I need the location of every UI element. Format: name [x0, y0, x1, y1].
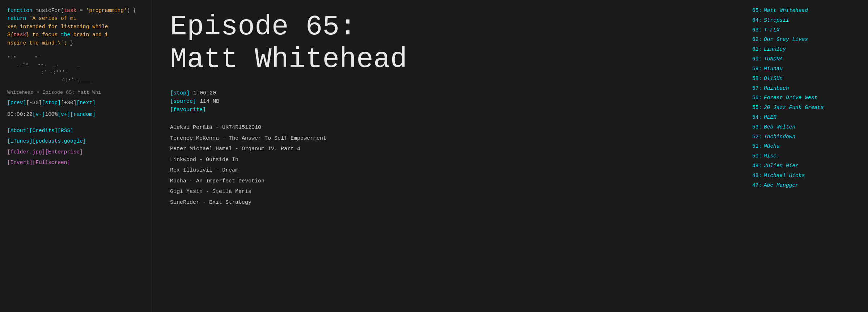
podcasts-google-link[interactable]: [podcasts.google]	[33, 136, 86, 147]
invert-link[interactable]: [Invert]	[7, 158, 33, 168]
template-string2: ${	[7, 32, 13, 38]
episode-item-57: 57:Hainbach	[752, 84, 861, 93]
tracklist: Aleksi Perälä - UK74R1512010 Terence McK…	[170, 123, 731, 207]
ep-name-60[interactable]: TUNDRA	[764, 54, 783, 64]
volume-up-button[interactable]: [v+]	[58, 110, 70, 119]
ep-name-52[interactable]: Inchindown	[764, 132, 795, 142]
favourite-button[interactable]: [favourite]	[170, 107, 206, 113]
credits-link[interactable]: [Credits]	[29, 126, 58, 136]
volume-down-button[interactable]: [v-]	[33, 110, 45, 119]
ascii-art: •:• •- ..*^ •-. _. _ :' -:°°'- ^:•*-.___…	[7, 54, 144, 84]
ep-name-64[interactable]: Strepsil	[764, 16, 789, 25]
ep-num-48: 48:	[752, 171, 762, 181]
enterprise-link[interactable]: [Enterprise]	[45, 147, 82, 157]
now-playing: Whitehead • Episode 65: Matt Whi	[7, 90, 144, 95]
ep-name-59[interactable]: Miunau	[764, 64, 783, 74]
prev-button[interactable]: [prev]	[7, 98, 26, 107]
code-text: musicFor(	[35, 8, 64, 13]
about-link[interactable]: [About]	[7, 126, 29, 136]
code-equals: =	[76, 8, 86, 13]
track-6: Mücha - An Imperfect Devotion	[170, 177, 731, 186]
meta-row-stop: [stop] 1:06:20	[170, 90, 731, 96]
links-row-4: [Invert] [Fullscreen]	[7, 158, 144, 168]
episode-item-50: 50:Misc.	[752, 151, 861, 161]
code-brace: }	[67, 40, 73, 46]
track-7: Gigi Masin - Stella Maris	[170, 187, 731, 197]
rewind-button-label[interactable]: [-30]	[26, 98, 42, 107]
ep-name-57[interactable]: Hainbach	[764, 84, 789, 93]
ep-name-65[interactable]: Matt Whitehead	[764, 6, 808, 16]
ep-name-50[interactable]: Misc.	[764, 151, 780, 161]
episode-item-65: 65:Matt Whitehead	[752, 6, 861, 16]
ep-name-62[interactable]: Our Grey Lives	[764, 35, 808, 45]
itunes-link[interactable]: [iTunes]	[7, 136, 33, 147]
track-1: Aleksi Perälä - UK74R1512010	[170, 123, 731, 132]
track-2: Terence McKenna - The Answer To Self Emp…	[170, 134, 731, 143]
episode-item-49: 49:Julien Mier	[752, 161, 861, 171]
ep-name-56[interactable]: Forest Drive West	[764, 93, 817, 103]
ep-num-53: 53:	[752, 122, 762, 132]
track-4: Linkwood - Outside In	[170, 155, 731, 165]
ep-num-60: 60:	[752, 54, 762, 64]
episode-item-58: 58:OliSUn	[752, 74, 861, 84]
duration-value: 1:06:20	[193, 90, 216, 96]
episode-item-55: 55:20 Jazz Funk Greats	[752, 103, 861, 113]
episode-item-60: 60:TUNDRA	[752, 54, 861, 64]
filesize-value: 114 MB	[200, 98, 219, 105]
meta-row-source: [source] 114 MB	[170, 98, 731, 105]
ep-num-51: 51:	[752, 142, 762, 151]
ep-num-50: 50:	[752, 151, 762, 161]
timestamp: 00:00:22	[7, 110, 33, 119]
episode-item-51: 51:Mücha	[752, 142, 861, 151]
ep-name-47[interactable]: Abe Mangger	[764, 181, 799, 190]
episode-item-59: 59:Miunau	[752, 64, 861, 74]
folder-jpg-link[interactable]: [folder.jpg]	[7, 147, 45, 157]
episode-title-line1: Episode 65:	[170, 11, 356, 43]
ep-name-55[interactable]: 20 Jazz Funk Greats	[764, 103, 823, 113]
episode-item-52: 52:Inchindown	[752, 132, 861, 142]
forward-button-label[interactable]: [+30]	[61, 98, 77, 107]
ep-name-63[interactable]: T-FLX	[764, 25, 780, 35]
ep-num-54: 54:	[752, 113, 762, 122]
param-task: task	[64, 8, 77, 13]
ep-name-48[interactable]: Michael Hicks	[764, 171, 805, 181]
ep-name-54[interactable]: HLER	[764, 113, 776, 122]
code-block: function musicFor(task = 'programming') …	[7, 7, 144, 47]
ep-name-51[interactable]: Mücha	[764, 142, 780, 151]
template-string3: } to focus	[26, 32, 61, 38]
ep-num-64: 64:	[752, 16, 762, 25]
controls-row-2: 00:00:22 [v-] 100% [v+] [random]	[7, 110, 144, 119]
episode-title: Episode 65: Matt Whitehead	[170, 11, 731, 76]
track-3: Peter Michael Hamel - Organum IV. Part 4	[170, 144, 731, 154]
links-row-3: [folder.jpg] [Enterprise]	[7, 147, 144, 157]
param-task2: task	[13, 32, 26, 38]
stop-button[interactable]: [stop]	[42, 98, 61, 107]
middle-panel: Episode 65: Matt Whitehead [stop] 1:06:2…	[152, 0, 745, 312]
track-5: Rex Illusivii - Dream	[170, 166, 731, 175]
ep-name-53[interactable]: Beb Welten	[764, 122, 795, 132]
volume-level: 100%	[45, 110, 58, 119]
ep-name-49[interactable]: Julien Mier	[764, 161, 799, 171]
ep-name-61[interactable]: Linnley	[764, 45, 786, 54]
string-programming: 'programming'	[86, 8, 127, 13]
track-8: SineRider - Exit Strategy	[170, 198, 731, 207]
episode-item-53: 53:Beb Welten	[752, 122, 861, 132]
rss-link[interactable]: [RSS]	[58, 126, 73, 136]
source-button[interactable]: [source]	[170, 98, 196, 105]
controls-row-1: [prev] [-30] [stop] [+30] [next]	[7, 98, 144, 107]
keyword-return: return	[7, 16, 26, 21]
episode-title-line2: Matt Whitehead	[170, 43, 407, 75]
episode-item-63: 63:T-FLX	[752, 25, 861, 35]
ep-num-61: 61:	[752, 45, 762, 54]
ep-num-62: 62:	[752, 35, 762, 45]
ep-name-58[interactable]: OliSUn	[764, 74, 783, 84]
stop-meta-button[interactable]: [stop]	[170, 90, 190, 96]
next-button[interactable]: [next]	[76, 98, 95, 107]
fullscreen-link[interactable]: [Fullscreen]	[33, 158, 70, 168]
ep-num-59: 59:	[752, 64, 762, 74]
right-panel: 65:Matt Whitehead 64:Strepsil 63:T-FLX 6…	[745, 0, 868, 312]
ep-num-63: 63:	[752, 25, 762, 35]
ep-num-52: 52:	[752, 132, 762, 142]
episode-item-54: 54:HLER	[752, 113, 861, 122]
random-button[interactable]: [random]	[70, 110, 96, 119]
